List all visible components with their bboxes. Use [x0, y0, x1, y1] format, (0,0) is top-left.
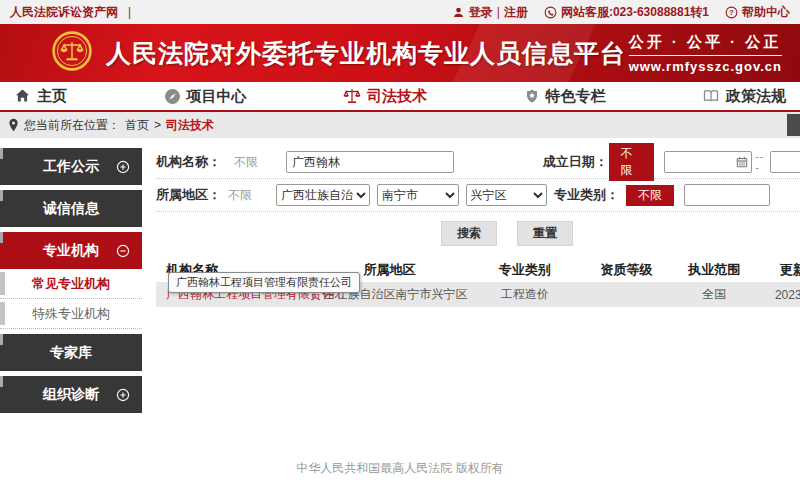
home-icon [14, 88, 31, 104]
form-row-region-category: 所属地区： 不限 广西壮族自治 南宁市 兴宁区 专业类别： 不限 [156, 179, 800, 212]
org-name-tooltip: 广西翰林工程项目管理有限责任公司 [168, 272, 360, 293]
badge-star-icon [524, 88, 540, 105]
reset-button[interactable]: 重置 [517, 221, 573, 246]
banner: 人民法院对外委托专业机构专业人员信息平台 公开 · 公平 · 公正 www.rm… [0, 24, 800, 82]
help-link[interactable]: 帮助中心 [742, 4, 790, 21]
sidebar-subitem-special-orgs[interactable]: 特殊专业机构 [0, 299, 142, 329]
form-row-name-date: 机构名称： 不限 成立日期： 不限 --- [156, 146, 800, 179]
city-select[interactable]: 南宁市 [377, 184, 458, 206]
scales-icon [343, 87, 361, 105]
org-name-any-option[interactable]: 不限 [234, 154, 286, 171]
content-panel: 机构名称： 不限 成立日期： 不限 --- [142, 138, 800, 452]
nav-label: 项目中心 [187, 87, 247, 106]
phone-icon [544, 6, 557, 19]
search-button[interactable]: 搜索 [441, 221, 497, 246]
slogan-text: 公开 · 公平 · 公正 [629, 33, 782, 56]
date-end-field [770, 151, 800, 173]
sidebar-item-integrity-info[interactable]: 诚信信息 [0, 190, 142, 227]
sidebar-item-work-publicity[interactable]: 工作公示 [0, 148, 142, 185]
nav-item-home[interactable]: 主页 [14, 87, 67, 106]
category-label: 专业类别： [554, 186, 626, 204]
sidebar-subitem-label: 特殊专业机构 [32, 305, 110, 323]
expand-circle-icon [116, 388, 130, 402]
org-name-input[interactable] [286, 151, 454, 173]
breadcrumb-current: 司法技术 [166, 117, 214, 134]
svg-text:?: ? [729, 8, 734, 17]
col-header-qualification: 资质等级 [577, 261, 675, 279]
nav-item-project-center[interactable]: 项目中心 [164, 87, 247, 106]
nav-item-policies[interactable]: 政策法规 [702, 87, 786, 106]
cell-category: 工程造价 [472, 286, 577, 303]
site-url: www.rmfysszc.gov.cn [629, 59, 782, 74]
auth-group: 登录 | 注册 [452, 4, 528, 21]
collapse-circle-icon [116, 244, 130, 258]
copyright-text: 中华人民共和国最高人民法院 版权所有 [296, 460, 503, 477]
topbar-divider: | [128, 5, 131, 19]
calendar-icon[interactable] [736, 156, 748, 168]
main-area: 工作公示 诚信信息 专业机构 常见专业机构 特殊专业机构 [0, 138, 800, 452]
project-center-icon [164, 88, 181, 105]
user-icon [452, 6, 465, 19]
breadcrumb-home[interactable]: 首页 [125, 117, 149, 134]
form-actions: 搜索 重置 [156, 221, 800, 246]
sidebar-subitem-label: 常见专业机构 [32, 275, 110, 293]
expand-circle-icon [116, 160, 130, 174]
court-emblem-logo [52, 31, 92, 75]
sidebar-subitem-common-orgs[interactable]: 常见专业机构 [0, 269, 142, 299]
sidebar-item-label: 组织诊断 [43, 386, 99, 404]
help-group: ? 帮助中心 [725, 4, 790, 21]
col-header-scope: 执业范围 [676, 261, 753, 279]
breadcrumb: 您当前所在位置： 首页 > 司法技术 [0, 112, 800, 138]
category-input[interactable] [684, 184, 770, 206]
sidebar-item-label: 专业机构 [43, 242, 99, 260]
org-name-label: 机构名称： [156, 153, 234, 171]
cell-updated: 2023-06-21 [753, 288, 800, 302]
topbar: 人民法院诉讼资产网 | 登录 | 注册 网站客服:023-63088881转1 … [0, 0, 800, 24]
page: 人民法院诉讼资产网 | 登录 | 注册 网站客服:023-63088881转1 … [0, 0, 800, 484]
nav-item-featured[interactable]: 特色专栏 [524, 87, 606, 106]
main-nav: 主页 项目中心 司法技术 [0, 82, 800, 112]
topbar-left: 人民法院诉讼资产网 | [10, 4, 131, 21]
topbar-right: 登录 | 注册 网站客服:023-63088881转1 ? 帮助中心 [452, 4, 790, 21]
founded-any-option[interactable]: 不限 [609, 143, 655, 181]
breadcrumb-prefix: 您当前所在位置： [24, 117, 120, 134]
sidebar-item-label: 诚信信息 [43, 200, 99, 218]
sidebar-item-expert-library[interactable]: 专家库 [0, 334, 142, 371]
hotline-text: 网站客服:023-63088881转1 [561, 4, 709, 21]
region-any-option[interactable]: 不限 [228, 187, 276, 204]
province-select[interactable]: 广西壮族自治 [276, 184, 370, 206]
platform-title: 人民法院对外委托专业机构专业人员信息平台 [106, 37, 626, 70]
region-label: 所属地区： [156, 186, 228, 204]
hotline-group: 网站客服:023-63088881转1 [544, 4, 709, 21]
cell-scope: 全国 [676, 286, 753, 303]
date-end-input[interactable] [770, 151, 800, 173]
register-link[interactable]: 注册 [504, 4, 528, 21]
nav-label: 政策法规 [726, 87, 786, 106]
sidebar-submenu: 常见专业机构 特殊专业机构 [0, 269, 142, 329]
nav-item-judicial-tech[interactable]: 司法技术 [343, 87, 427, 106]
auth-divider: | [497, 5, 500, 19]
sidebar-item-label: 专家库 [50, 344, 92, 362]
breadcrumb-right-marker [787, 114, 800, 136]
footer: 中华人民共和国最高人民法院 版权所有 [0, 452, 800, 482]
col-header-category: 专业类别 [472, 261, 577, 279]
date-range-separator: --- [755, 151, 767, 173]
nav-label: 司法技术 [367, 87, 427, 106]
sidebar: 工作公示 诚信信息 专业机构 常见专业机构 特殊专业机构 [0, 138, 142, 452]
login-link[interactable]: 登录 [469, 4, 493, 21]
nav-label: 主页 [37, 87, 67, 106]
nav-label: 特色专栏 [546, 87, 606, 106]
founded-date-label: 成立日期： [543, 153, 609, 171]
sidebar-item-org-diagnosis[interactable]: 组织诊断 [0, 376, 142, 413]
portal-site-link[interactable]: 人民法院诉讼资产网 [10, 4, 118, 21]
sidebar-item-label: 工作公示 [43, 158, 99, 176]
book-icon [702, 88, 720, 104]
district-select[interactable]: 兴宁区 [466, 184, 547, 206]
col-header-updated: 更新日期 [753, 261, 800, 279]
date-start-field [664, 151, 752, 173]
location-pin-icon [8, 118, 19, 132]
breadcrumb-separator: > [154, 118, 161, 132]
slogan-box: 公开 · 公平 · 公正 www.rmfysszc.gov.cn [629, 33, 782, 74]
category-any-option[interactable]: 不限 [626, 185, 674, 206]
sidebar-item-professional-orgs[interactable]: 专业机构 [0, 232, 142, 269]
